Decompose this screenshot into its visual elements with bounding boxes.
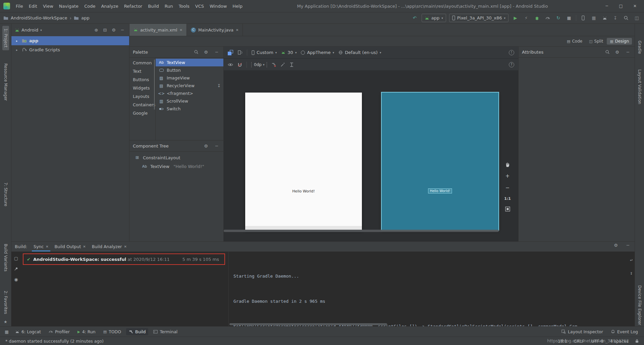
toolwindow-layout-inspector[interactable]: Layout Inspector: [559, 328, 606, 335]
sdk-manager-icon[interactable]: ↧: [611, 14, 619, 22]
stop-button[interactable]: ■: [565, 14, 573, 22]
caret-position[interactable]: 18:1: [558, 339, 567, 344]
device-for-preview-select[interactable]: Custom ▾: [252, 50, 277, 55]
menu-refactor[interactable]: Refactor: [121, 2, 145, 10]
menu-view[interactable]: View: [40, 2, 56, 10]
help-icon[interactable]: ?: [509, 62, 514, 67]
menu-file[interactable]: File: [13, 2, 26, 10]
palette-item-recyclerview[interactable]: ▤ RecyclerView ↧: [156, 82, 223, 90]
expand-arrow-icon[interactable]: ▸: [16, 48, 19, 52]
issues-badge-icon[interactable]: !: [509, 50, 514, 55]
expand-arrow-icon[interactable]: ▸: [16, 39, 19, 43]
sync-gradle-icon[interactable]: ↻: [554, 14, 562, 22]
menu-help[interactable]: Help: [230, 2, 245, 10]
menu-run[interactable]: Run: [162, 2, 176, 10]
filter-icon[interactable]: ▢: [14, 256, 18, 261]
stripe-gradle[interactable]: Gradle: [636, 38, 643, 57]
hide-panel-icon[interactable]: ─: [119, 27, 126, 34]
scrollbar[interactable]: [154, 59, 155, 110]
window-layout-icon[interactable]: ◫: [633, 14, 641, 22]
hide-panel-icon[interactable]: ─: [213, 142, 220, 149]
stripe-favorites[interactable]: 2: Favorites: [2, 288, 9, 317]
category-buttons[interactable]: Buttons: [129, 75, 155, 84]
design-preview[interactable]: Hello World!: [245, 93, 362, 230]
stripe-project[interactable]: 1: Project: [2, 26, 9, 50]
pack-align-icon[interactable]: [289, 62, 294, 67]
category-widgets[interactable]: Widgets: [129, 84, 155, 92]
category-layouts[interactable]: Layouts: [129, 92, 155, 101]
close-button[interactable]: ✕: [628, 2, 642, 10]
menu-vcs[interactable]: VCS: [193, 2, 207, 10]
toolwindow-profiler[interactable]: Profiler: [46, 328, 72, 335]
mode-split-button[interactable]: ◫ Split: [586, 38, 606, 45]
hide-panel-icon[interactable]: ─: [213, 49, 220, 55]
mode-design-button[interactable]: ▦ Design: [607, 38, 632, 45]
build-console[interactable]: Starting Gradle Daemon... Gradle Daemon …: [229, 252, 635, 326]
zoom-out-button[interactable]: −: [505, 185, 510, 191]
sync-project-icon[interactable]: ↶: [411, 14, 419, 22]
menu-window[interactable]: Window: [207, 2, 229, 10]
clear-constraints-icon[interactable]: [271, 62, 276, 67]
orientation-icon[interactable]: [237, 50, 243, 55]
toolwindow-build[interactable]: Build: [126, 328, 148, 335]
pin-icon[interactable]: [14, 267, 18, 271]
line-separator[interactable]: CRLF: [574, 339, 585, 344]
settings-icon[interactable]: ⚙: [612, 242, 619, 248]
palette-item-scrollview[interactable]: ▥ ScrollView: [156, 97, 223, 105]
device-select[interactable]: Pixel_3a_API_30_x86 ▾: [449, 14, 508, 22]
category-text[interactable]: Text: [129, 67, 155, 75]
settings-icon[interactable]: ⚙: [110, 27, 117, 34]
locate-file-icon[interactable]: ⊕: [93, 27, 100, 34]
toolwindow-event-log[interactable]: Event Log: [608, 328, 641, 335]
hide-panel-icon[interactable]: ─: [625, 49, 631, 55]
palette-item-textview[interactable]: Ab TextView: [156, 59, 223, 66]
toolwindow-todo[interactable]: ▤ TODO: [101, 328, 124, 335]
palette-item-imageview[interactable]: ▨ ImageView: [156, 74, 223, 82]
autoconnect-magnet-icon[interactable]: [237, 62, 242, 67]
palette-item-fragment[interactable]: <> <fragment>: [156, 90, 223, 97]
stripe-structure[interactable]: 7: Structure: [2, 180, 9, 209]
search-icon[interactable]: [605, 50, 610, 54]
mode-code-button[interactable]: ▤ Code: [564, 38, 585, 45]
inspect-icon[interactable]: ◉: [14, 277, 18, 282]
palette-item-button[interactable]: Button: [156, 66, 223, 74]
theme-select[interactable]: AppTheme ▾: [301, 50, 334, 55]
toolwindow-terminal[interactable]: Terminal: [151, 328, 180, 335]
console-horizontal-scrollbar[interactable]: [229, 323, 387, 325]
locale-select[interactable]: Default (en-us) ▾: [338, 50, 381, 55]
preview-hello-world-text[interactable]: Hello World!: [292, 189, 315, 193]
close-tab-icon[interactable]: ✕: [83, 245, 86, 248]
close-tab-icon[interactable]: ✕: [46, 245, 48, 248]
scroll-to-end-icon[interactable]: ↧: [630, 269, 633, 277]
menu-navigate[interactable]: Navigate: [56, 2, 81, 10]
category-common[interactable]: Common: [129, 59, 155, 67]
menu-edit[interactable]: Edit: [26, 2, 40, 10]
layout-inspector-toolbar-icon[interactable]: ▦: [590, 14, 598, 22]
design-canvas[interactable]: Hello World! Hello World! + −: [224, 71, 518, 241]
settings-icon[interactable]: ⚙: [203, 142, 209, 149]
project-item-app[interactable]: ▸ app: [11, 36, 129, 45]
debug-button[interactable]: [533, 14, 541, 22]
zoom-actual-button[interactable]: 1:1: [504, 196, 511, 201]
close-tab-icon[interactable]: ✕: [124, 245, 126, 248]
search-icon[interactable]: [194, 50, 199, 54]
device-file-explorer-icon[interactable]: [579, 14, 587, 22]
api-version-select[interactable]: 30 ▾: [281, 50, 297, 55]
horizontal-scrollbar[interactable]: [224, 230, 499, 232]
tree-item-constraintlayout[interactable]: ⊞ ConstraintLayout: [129, 153, 223, 162]
menu-build[interactable]: Build: [145, 2, 162, 10]
blueprint-hello-world-text[interactable]: Hello World!: [428, 188, 452, 193]
menu-code[interactable]: Code: [82, 2, 98, 10]
pan-hand-icon[interactable]: [505, 162, 510, 167]
build-tab-sync[interactable]: Sync ✕: [31, 242, 52, 251]
menu-tools[interactable]: Tools: [176, 2, 192, 10]
stripe-device-file-explorer[interactable]: Device File Explorer: [636, 283, 643, 328]
menu-analyze[interactable]: Analyze: [98, 2, 121, 10]
apply-changes-icon[interactable]: ⚡: [522, 14, 530, 22]
project-item-gradle-scripts[interactable]: ▸ Gradle Scripts: [11, 45, 129, 54]
category-google[interactable]: Google: [129, 109, 155, 117]
stripe-resource-manager[interactable]: Resource Manager: [2, 61, 9, 103]
toolwindow-run[interactable]: ▶ 4: Run: [75, 328, 98, 335]
stripe-layout-validation[interactable]: Layout Validation: [636, 67, 643, 107]
build-tab-build-output[interactable]: Build Output ✕: [52, 242, 89, 251]
